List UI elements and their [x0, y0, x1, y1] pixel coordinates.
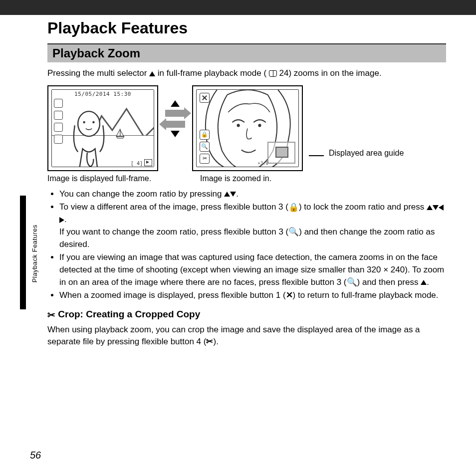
down-triangle-icon	[171, 131, 180, 137]
area-guide-label: Displayed area guide	[329, 149, 404, 158]
crop-paragraph: When using playback zoom, you can crop t…	[47, 324, 446, 348]
lcd-zoomed: 🔒 🔍 ✂ ×3.0	[192, 85, 303, 171]
illustration-row: 15/05/2014 15:30 [ 4]	[47, 85, 446, 171]
section-heading: Playback Zoom	[47, 43, 446, 62]
intro-paragraph: Pressing the multi selector in full-fram…	[47, 67, 446, 79]
down-triangle-icon	[433, 205, 439, 210]
person-graphic	[64, 110, 111, 167]
chapter-tab	[20, 196, 26, 309]
lock-icon: 🔒	[200, 130, 210, 140]
up-triangle-icon	[224, 192, 230, 197]
close-x-icon	[200, 93, 210, 103]
svg-point-2	[237, 124, 240, 127]
left-triangle-icon	[439, 205, 444, 211]
zoom-arrows	[165, 100, 185, 137]
icon-1	[54, 99, 63, 108]
page-header-bar	[0, 0, 476, 15]
svg-point-0	[83, 121, 85, 123]
chapter-label: Playback Features	[31, 225, 38, 282]
lcd-full-frame: 15/05/2014 15:30 [ 4]	[47, 85, 158, 171]
down-triangle-icon	[230, 192, 236, 197]
lock-icon: 🔒	[288, 202, 299, 214]
area-guide-box	[267, 142, 295, 164]
zoom-ratio-overlay: ×3.0	[257, 161, 268, 166]
up-triangle-icon	[427, 205, 433, 210]
playback-icon	[144, 159, 152, 166]
up-triangle-icon	[171, 100, 180, 107]
sailboat-graphic	[115, 128, 126, 139]
up-triangle-icon	[421, 280, 427, 285]
page-number: 56	[30, 450, 41, 461]
scissors-icon: ✂	[206, 336, 213, 348]
bullet-3: If you are viewing an image that was cap…	[59, 251, 446, 288]
arrow-left-icon	[165, 121, 185, 128]
x-icon: ✕	[286, 290, 293, 300]
magnify-lock-icon: 🔍	[347, 276, 357, 289]
scissors-icon: ✂	[47, 309, 55, 321]
caption-full-frame: Image is displayed full-frame.	[47, 174, 156, 183]
right-triangle-icon	[59, 217, 64, 223]
caption-zoomed: Image is zoomed in.	[200, 174, 309, 183]
crop-subheading: ✂ Crop: Creating a Cropped Copy	[47, 309, 446, 320]
magnify-lock-icon: 🔍	[200, 142, 210, 152]
arrow-right-icon	[165, 110, 185, 117]
bullet-4: When a zoomed image is displayed, press …	[59, 289, 446, 302]
up-triangle-icon	[149, 71, 155, 76]
icon-4	[54, 135, 63, 144]
lcd-side-icons	[54, 99, 63, 144]
bullet-list: You can change the zoom ratio by pressin…	[47, 188, 446, 302]
timestamp-overlay: 15/05/2014 15:30	[52, 91, 154, 97]
callout-line	[309, 155, 324, 156]
icon-2	[54, 111, 63, 120]
frame-counter: [ 4]	[131, 161, 143, 166]
scissors-icon: ✂	[200, 154, 210, 164]
svg-point-1	[93, 121, 95, 123]
icon-3	[54, 123, 63, 132]
bullet-1: You can change the zoom ratio by pressin…	[59, 188, 446, 201]
magnify-lock-icon: 🔍	[288, 226, 299, 238]
page-title: Playback Features	[47, 19, 446, 37]
bullet-2: To view a different area of the image, p…	[59, 201, 446, 250]
svg-point-3	[258, 124, 261, 127]
book-icon	[269, 70, 277, 77]
